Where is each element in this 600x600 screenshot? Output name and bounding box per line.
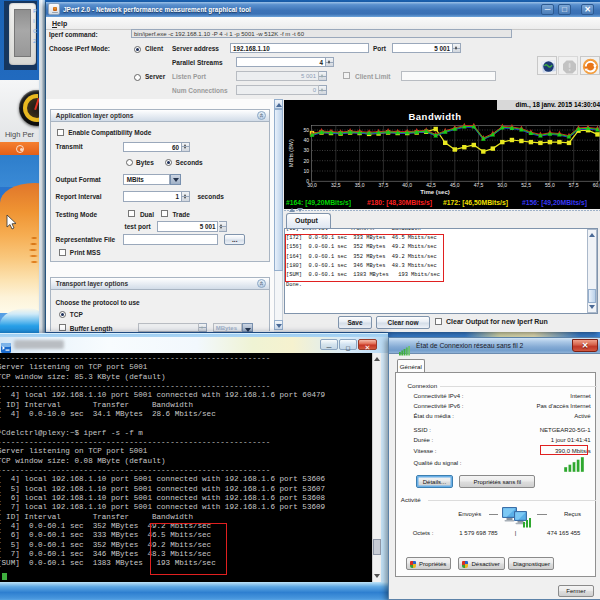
svg-text:50: 50 [303,127,309,133]
svg-text:MBits (BW): MBits (BW) [288,139,294,167]
svg-text:20: 20 [303,158,309,164]
svg-text:10: 10 [303,168,309,174]
svg-text:40: 40 [303,137,309,143]
svg-text:60,0: 60,0 [593,182,600,188]
svg-text:Time (sec): Time (sec) [420,189,450,195]
svg-text:30: 30 [303,147,309,153]
svg-text:Bandwidth: Bandwidth [408,111,461,122]
